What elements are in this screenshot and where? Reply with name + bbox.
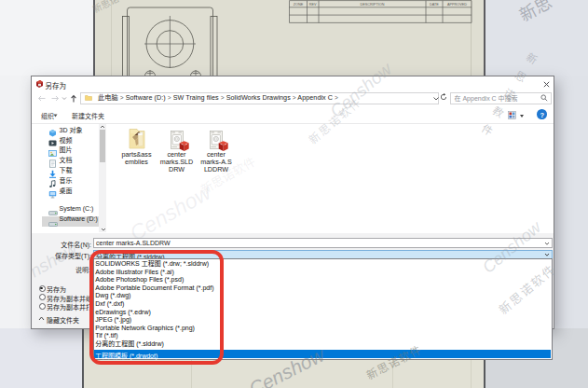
svg-text:DESCRIPTION: DESCRIPTION (361, 3, 385, 7)
svg-text:APPROVED: APPROVED (447, 3, 467, 7)
svg-text:DATE: DATE (430, 3, 439, 7)
svg-text:REV: REV (309, 3, 317, 7)
svg-text:ZONE: ZONE (294, 3, 304, 7)
